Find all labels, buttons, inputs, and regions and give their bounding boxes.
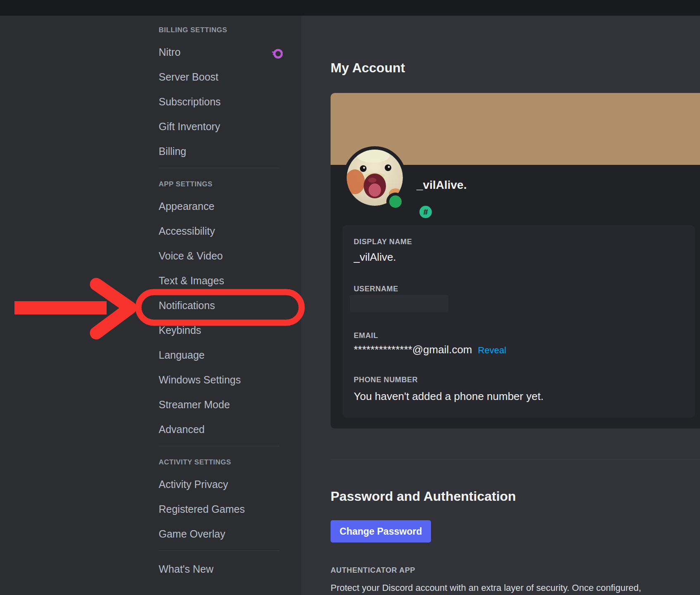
nav-divider bbox=[159, 550, 279, 551]
username-value-redacted bbox=[350, 295, 448, 312]
email-value: **************@gmail.com bbox=[354, 343, 472, 356]
email-row: **************@gmail.comReveal bbox=[354, 343, 506, 356]
page-title: My Account bbox=[331, 60, 405, 76]
sidebar-item-text-images[interactable]: Text & Images bbox=[159, 272, 279, 289]
profile-display-name: _vilAlive. bbox=[417, 178, 467, 192]
server-tag-badge-icon: # bbox=[419, 206, 432, 218]
sidebar-item-label: Appearance bbox=[159, 200, 214, 212]
discord-settings-screen: BILLING SETTINGS Nitro Server Boost Subs… bbox=[0, 0, 700, 595]
sidebar-item-nitro[interactable]: Nitro bbox=[159, 44, 279, 60]
display-name-label: DISPLAY NAME bbox=[354, 238, 412, 246]
sidebar-item-windows-settings[interactable]: Windows Settings bbox=[159, 371, 279, 388]
sidebar-item-label: Server Boost bbox=[159, 71, 219, 83]
sidebar-item-label: Game Overlay bbox=[159, 528, 225, 540]
display-name-value: _vilAlive. bbox=[354, 251, 396, 264]
window-titlebar bbox=[0, 0, 700, 16]
sidebar-item-label: Streamer Mode bbox=[159, 399, 230, 410]
sidebar-item-game-overlay[interactable]: Game Overlay bbox=[159, 526, 279, 542]
settings-nav: BILLING SETTINGS Nitro Server Boost Subs… bbox=[159, 16, 279, 585]
sidebar-item-label: Text & Images bbox=[159, 275, 224, 286]
sidebar-item-accessibility[interactable]: Accessibility bbox=[159, 223, 279, 239]
account-card: _vilAlive. # DISPLAY NAME _vilAlive. USE… bbox=[331, 93, 700, 428]
sidebar-item-subscriptions[interactable]: Subscriptions bbox=[159, 93, 279, 110]
email-label: EMAIL bbox=[354, 331, 378, 340]
phone-number-value: You haven't added a phone number yet. bbox=[354, 390, 543, 403]
sidebar-item-label: Activity Privacy bbox=[159, 478, 228, 490]
sidebar-item-label: Advanced bbox=[159, 424, 205, 435]
sidebar-item-streamer-mode[interactable]: Streamer Mode bbox=[159, 396, 279, 413]
sidebar-item-notifications[interactable]: Notifications bbox=[159, 297, 279, 314]
sidebar-item-billing[interactable]: Billing bbox=[159, 143, 279, 159]
nav-divider bbox=[159, 168, 279, 168]
sidebar-item-label: Windows Settings bbox=[159, 374, 241, 386]
sidebar-item-label: Keybinds bbox=[159, 324, 201, 336]
authenticator-description: Protect your Discord account with an ext… bbox=[331, 583, 641, 593]
sidebar-item-label: Subscriptions bbox=[159, 96, 221, 107]
sidebar-item-keybinds[interactable]: Keybinds bbox=[159, 322, 279, 338]
nitro-icon bbox=[272, 47, 283, 57]
username-label: USERNAME bbox=[354, 285, 398, 293]
settings-content: My Account bbox=[301, 16, 700, 595]
section-header-app-settings: APP SETTINGS bbox=[159, 178, 279, 190]
sidebar-item-registered-games[interactable]: Registered Games bbox=[159, 501, 279, 517]
sidebar-item-activity-privacy[interactable]: Activity Privacy bbox=[159, 476, 279, 493]
security-section-heading: Password and Authentication bbox=[331, 489, 516, 504]
online-status-icon bbox=[386, 193, 405, 211]
change-password-button[interactable]: Change Password bbox=[331, 520, 431, 543]
sidebar-item-label: Nitro bbox=[159, 46, 181, 58]
sidebar-item-label: Notifications bbox=[159, 300, 215, 311]
sidebar-item-whats-new[interactable]: What's New bbox=[159, 561, 279, 577]
reveal-email-link[interactable]: Reveal bbox=[478, 345, 506, 355]
sidebar-item-appearance[interactable]: Appearance bbox=[159, 198, 279, 214]
section-divider bbox=[331, 459, 700, 459]
sidebar-item-label: Gift Inventory bbox=[159, 121, 220, 132]
sidebar-item-label: Registered Games bbox=[159, 503, 245, 515]
settings-sidebar: BILLING SETTINGS Nitro Server Boost Subs… bbox=[0, 16, 301, 595]
authenticator-app-label: AUTHENTICATOR APP bbox=[331, 566, 415, 575]
account-fields-panel: DISPLAY NAME _vilAlive. USERNAME EMAIL *… bbox=[343, 225, 695, 418]
sidebar-item-label: Language bbox=[159, 349, 205, 361]
sidebar-item-advanced[interactable]: Advanced bbox=[159, 421, 279, 438]
sidebar-item-server-boost[interactable]: Server Boost bbox=[159, 69, 279, 85]
sidebar-item-voice-video[interactable]: Voice & Video bbox=[159, 248, 279, 264]
sidebar-item-label: Voice & Video bbox=[159, 250, 223, 262]
nav-divider bbox=[159, 446, 279, 446]
section-header-billing-settings: BILLING SETTINGS bbox=[159, 24, 279, 36]
tag-symbol: # bbox=[423, 207, 428, 217]
sidebar-item-language[interactable]: Language bbox=[159, 347, 279, 363]
section-header-activity-settings: ACTIVITY SETTINGS bbox=[159, 456, 279, 469]
sidebar-item-label: Billing bbox=[159, 145, 186, 157]
phone-number-label: PHONE NUMBER bbox=[354, 376, 418, 384]
sidebar-item-label: Accessibility bbox=[159, 225, 215, 237]
sidebar-item-gift-inventory[interactable]: Gift Inventory bbox=[159, 118, 279, 135]
sidebar-item-label: What's New bbox=[159, 563, 214, 575]
